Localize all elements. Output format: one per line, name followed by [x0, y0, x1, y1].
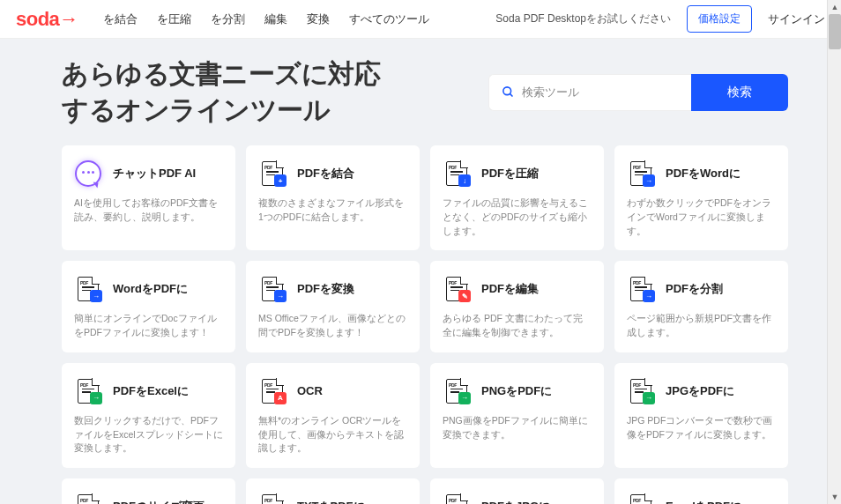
nav: を結合 を圧縮 を分割 編集 変換 すべてのツール [103, 11, 429, 27]
tool-description: 簡単にオンラインでDocファイルをPDFファイルに変換します！ [74, 312, 223, 340]
chat-icon [74, 159, 102, 188]
tool-title: PDFをExcelに [113, 383, 189, 399]
document-icon: PDF→ [627, 377, 655, 405]
header: soda→ を結合 を圧縮 を分割 編集 変換 すべてのツール Soda PDF… [0, 0, 841, 39]
document-icon: PDF⤢ [74, 493, 102, 504]
tool-description: ファイルの品質に影響を与えることなく、どのPDFのサイズも縮小します。 [443, 196, 592, 238]
tool-description: PNG画像をPDFファイルに簡単に変換できます。 [443, 414, 592, 442]
tool-description: 複数のさまざまなファイル形式を1つのPDFに結合します。 [258, 196, 407, 225]
search-input[interactable] [522, 85, 679, 99]
tool-title: PDFをJPGに [481, 499, 550, 504]
svg-line-1 [510, 93, 512, 96]
tool-card[interactable]: PDF⤢PDFのサイズ変更オンラインでPDFファイルを簡単にサイズ変更します。 [62, 478, 235, 504]
document-icon: PDF→ [74, 275, 102, 303]
tool-description: わずか数クリックでPDFをオンラインでWordファイルに変換します。 [627, 196, 776, 238]
tool-title: PDFを分割 [666, 281, 723, 297]
svg-point-0 [503, 87, 511, 95]
document-icon: PDF→ [627, 493, 655, 504]
scrollbar[interactable]: ▲ ▼ [827, 0, 841, 504]
nav-merge[interactable]: を結合 [103, 11, 138, 27]
tool-title: ExcelをPDFに [666, 499, 741, 504]
search-button[interactable]: 検索 [691, 74, 788, 111]
tool-title: PNGをPDFに [481, 383, 552, 399]
scroll-down-icon[interactable]: ▼ [828, 490, 841, 504]
logo[interactable]: soda→ [16, 8, 78, 31]
tool-card[interactable]: PDF→TXTをPDFに数回クリックするだけで、TXTファイルをPDFに変換でき… [246, 478, 420, 504]
tool-card[interactable]: PDF→JPGをPDFにJPG PDFコンバーターで数秒で画像をPDFファイルに… [614, 363, 788, 468]
search-icon [502, 85, 515, 99]
tool-title: PDFのサイズ変更 [113, 499, 205, 504]
document-icon: PDF↓ [443, 159, 471, 188]
tool-title: OCR [297, 384, 323, 397]
document-icon: PDF→ [443, 377, 471, 405]
tool-description: MS Officeファイル、画像などとの間でPDFを変換します！ [258, 312, 407, 340]
scroll-up-icon[interactable]: ▲ [828, 0, 841, 14]
tool-description: AIを使用してお客様のPDF文書を読み、要約し、説明します。 [74, 196, 223, 225]
scrollbar-thumb[interactable] [829, 14, 841, 49]
search-bar: 検索 [488, 74, 788, 111]
tool-card[interactable]: PDF+PDFを結合複数のさまざまなファイル形式を1つのPDFに結合します。 [246, 145, 420, 250]
document-icon: PDF→ [627, 275, 655, 303]
tool-description: あらゆる PDF 文書にわたって完全に編集を制御できます。 [443, 312, 592, 340]
tools-grid: チャットPDF AIAIを使用してお客様のPDF文書を読み、要約し、説明します。… [62, 145, 788, 504]
signin-link[interactable]: サインイン [768, 11, 825, 27]
tool-title: TXTをPDFに [297, 499, 365, 504]
tool-card[interactable]: PDF→PDFをJPGに数秒でPDFファイルをJPG画像に変換します。 [430, 478, 604, 504]
document-icon: PDF→ [443, 493, 471, 504]
nav-split[interactable]: を分割 [211, 11, 245, 27]
tool-title: PDFを編集 [481, 281, 539, 297]
nav-all-tools[interactable]: すべてのツール [349, 11, 429, 27]
tool-card[interactable]: PDF→PDFをExcelに数回クリックするだけで、PDFファイルをExcelス… [62, 363, 235, 468]
tool-card[interactable]: PDF✎PDFを編集あらゆる PDF 文書にわたって完全に編集を制御できます。 [430, 261, 604, 352]
tool-card[interactable]: PDF→PDFを分割ページ範囲から新規PDF文書を作成します。 [614, 261, 788, 352]
tool-card[interactable]: PDF→PDFをWordにわずか数クリックでPDFをオンラインでWordファイル… [614, 145, 788, 250]
document-icon: PDFA [258, 377, 287, 405]
tool-title: WordをPDFに [113, 281, 188, 297]
tool-card[interactable]: チャットPDF AIAIを使用してお客様のPDF文書を読み、要約し、説明します。 [62, 145, 235, 250]
tool-description: ページ範囲から新規PDF文書を作成します。 [627, 312, 776, 340]
tool-card[interactable]: PDF→WordをPDFに簡単にオンラインでDocファイルをPDFファイルに変換… [62, 261, 235, 352]
tool-description: JPG PDFコンバーターで数秒で画像をPDFファイルに変換します。 [627, 414, 776, 442]
tool-title: PDFを結合 [297, 166, 354, 182]
document-icon: PDF→ [74, 377, 102, 405]
nav-convert[interactable]: 変換 [307, 11, 330, 27]
document-icon: PDF→ [627, 159, 655, 188]
document-icon: PDF✎ [443, 275, 471, 303]
document-icon: PDF→ [258, 275, 287, 303]
tool-card[interactable]: PDF↓PDFを圧縮ファイルの品質に影響を与えることなく、どのPDFのサイズも縮… [430, 145, 604, 250]
tool-title: PDFを圧縮 [481, 166, 539, 182]
tool-description: 無料*のオンライン OCRツールを使用して、画像からテキストを認識します。 [258, 414, 407, 456]
tool-description: 数回クリックするだけで、PDFファイルをExcelスプレッドシートに変換します。 [74, 414, 223, 456]
pricing-button[interactable]: 価格設定 [687, 5, 752, 33]
document-icon: PDF+ [258, 159, 287, 188]
tool-card[interactable]: PDFAOCR無料*のオンライン OCRツールを使用して、画像からテキストを認識… [246, 363, 420, 468]
document-icon: PDF→ [258, 493, 287, 504]
tool-title: PDFをWordに [666, 166, 741, 182]
page-title: あらゆる文書ニーズに対応 するオンラインツール [62, 56, 380, 128]
hero: あらゆる文書ニーズに対応 するオンラインツール 検索 [62, 56, 788, 128]
tool-card[interactable]: PDF→PDFを変換MS Officeファイル、画像などとの間でPDFを変換しま… [246, 261, 420, 352]
tool-title: チャットPDF AI [113, 166, 196, 182]
tool-card[interactable]: PDF→PNGをPDFにPNG画像をPDFファイルに簡単に変換できます。 [430, 363, 604, 468]
nav-edit[interactable]: 編集 [264, 11, 287, 27]
nav-compress[interactable]: を圧縮 [157, 11, 191, 27]
tool-card[interactable]: PDF→ExcelをPDFにExcelスプレッドシートをオンラインでPDFに変換… [614, 478, 788, 504]
tool-title: PDFを変換 [297, 281, 354, 297]
desktop-cta[interactable]: Soda PDF Desktopをお試しください [495, 11, 671, 26]
tool-title: JPGをPDFに [666, 383, 734, 399]
